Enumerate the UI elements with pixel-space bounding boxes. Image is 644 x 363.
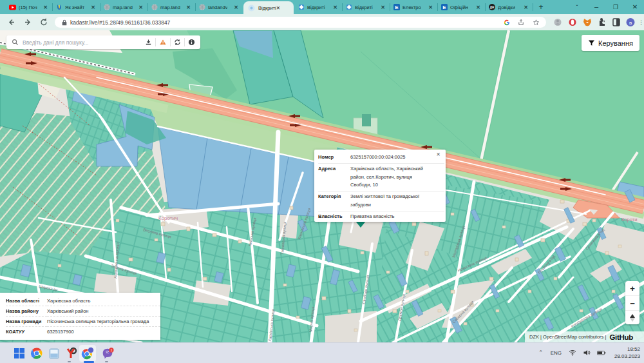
svg-text:ДН: ДН: [490, 6, 494, 9]
svg-text:E: E: [395, 5, 399, 10]
svg-text:Короти: Короти: [621, 217, 637, 222]
svg-text:1: 1: [110, 348, 112, 352]
svg-text:Коротич: Коротич: [158, 215, 178, 221]
svg-text:E: E: [442, 5, 446, 10]
svg-text:в: в: [629, 20, 632, 26]
